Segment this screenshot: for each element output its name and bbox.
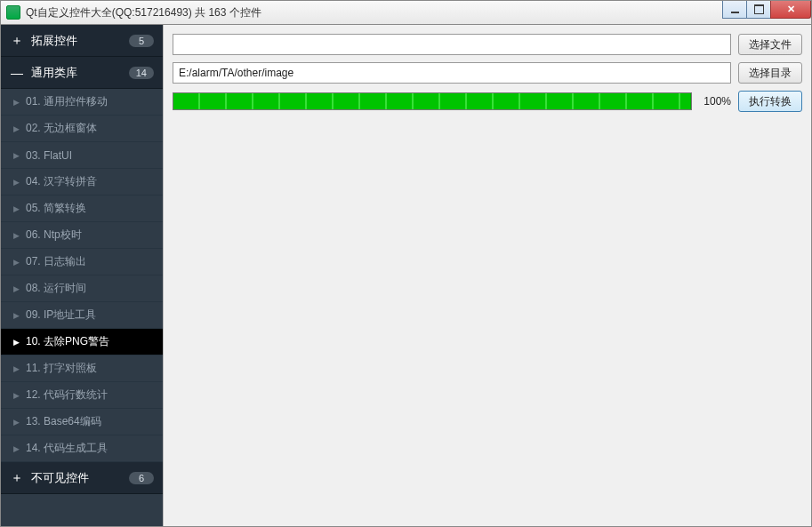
window-controls <box>723 1 811 19</box>
file-input[interactable] <box>173 34 731 55</box>
sidebar-item-label: 08. 运行时间 <box>26 281 86 296</box>
sidebar-item-label: 06. Ntp校时 <box>26 228 82 243</box>
group-label: 通用类库 <box>31 65 129 81</box>
sidebar-item-label: 05. 简繁转换 <box>26 201 86 216</box>
triangle-icon: ▶ <box>13 124 22 133</box>
sidebar-item[interactable]: ▶12. 代码行数统计 <box>1 382 163 409</box>
group-label: 不可见控件 <box>31 470 129 486</box>
sidebar-item[interactable]: ▶03. FlatUI <box>1 142 163 169</box>
window-title: Qt自定义控件大全(QQ:517216493) 共 163 个控件 <box>26 5 261 20</box>
sidebar-item-label: 11. 打字对照板 <box>26 361 97 376</box>
group-badge: 6 <box>129 472 154 484</box>
sidebar-item-label: 09. IP地址工具 <box>26 307 96 323</box>
sidebar-item[interactable]: ▶07. 日志输出 <box>1 249 163 275</box>
group-header[interactable]: —通用类库14 <box>1 57 163 89</box>
triangle-icon: ▶ <box>13 231 22 240</box>
sidebar-item[interactable]: ▶14. 代码生成工具 <box>1 435 163 462</box>
group-badge: 14 <box>129 67 154 79</box>
group-items: ▶01. 通用控件移动▶02. 无边框窗体▶03. FlatUI▶04. 汉字转… <box>1 89 163 462</box>
expand-icon: ＋ <box>10 470 24 486</box>
title-bar: Qt自定义控件大全(QQ:517216493) 共 163 个控件 <box>0 0 812 25</box>
expand-icon: ＋ <box>10 33 24 49</box>
sidebar-item-label: 12. 代码行数统计 <box>26 387 108 403</box>
collapse-icon: — <box>10 66 24 80</box>
group-header[interactable]: ＋不可见控件6 <box>1 462 163 494</box>
triangle-icon: ▶ <box>13 151 22 160</box>
sidebar-item[interactable]: ▶13. Base64编码 <box>1 409 163 435</box>
sidebar-item[interactable]: ▶10. 去除PNG警告 <box>1 329 163 355</box>
client-area: ＋拓展控件5—通用类库14▶01. 通用控件移动▶02. 无边框窗体▶03. F… <box>0 25 812 527</box>
triangle-icon: ▶ <box>13 391 22 400</box>
app-icon <box>6 5 20 20</box>
triangle-icon: ▶ <box>13 364 22 373</box>
triangle-icon: ▶ <box>13 204 22 213</box>
main-panel: 选择文件 E:/alarm/TA/other/image 选择目录 100% 执… <box>163 25 811 526</box>
sidebar-item-label: 01. 通用控件移动 <box>26 94 108 109</box>
sidebar-item[interactable]: ▶09. IP地址工具 <box>1 302 163 329</box>
triangle-icon: ▶ <box>13 444 22 453</box>
triangle-icon: ▶ <box>13 178 22 187</box>
maximize-button[interactable] <box>746 1 771 19</box>
sidebar-item[interactable]: ▶08. 运行时间 <box>1 275 163 302</box>
file-row: 选择文件 <box>173 34 802 55</box>
dir-input[interactable]: E:/alarm/TA/other/image <box>173 62 731 84</box>
sidebar-item[interactable]: ▶06. Ntp校时 <box>1 222 163 249</box>
sidebar-item[interactable]: ▶11. 打字对照板 <box>1 355 163 382</box>
dir-row: E:/alarm/TA/other/image 选择目录 <box>173 62 802 84</box>
triangle-icon: ▶ <box>13 258 22 267</box>
group-header[interactable]: ＋拓展控件5 <box>1 25 163 57</box>
close-button[interactable] <box>770 1 811 19</box>
sidebar: ＋拓展控件5—通用类库14▶01. 通用控件移动▶02. 无边框窗体▶03. F… <box>1 25 163 526</box>
select-dir-button[interactable]: 选择目录 <box>738 62 802 84</box>
sidebar-item[interactable]: ▶02. 无边框窗体 <box>1 116 163 142</box>
minimize-button[interactable] <box>722 1 747 19</box>
group-badge: 5 <box>129 35 154 47</box>
execute-button[interactable]: 执行转换 <box>738 91 802 112</box>
progress-row: 100% 执行转换 <box>173 91 802 112</box>
progress-fill <box>173 93 691 109</box>
sidebar-item-label: 13. Base64编码 <box>26 414 101 429</box>
progress-label: 100% <box>699 95 731 108</box>
sidebar-item[interactable]: ▶04. 汉字转拼音 <box>1 169 163 196</box>
sidebar-item-label: 04. 汉字转拼音 <box>26 174 97 189</box>
sidebar-item[interactable]: ▶05. 简繁转换 <box>1 196 163 222</box>
triangle-icon: ▶ <box>13 311 22 320</box>
sidebar-item-label: 14. 代码生成工具 <box>26 441 108 456</box>
triangle-icon: ▶ <box>13 284 22 293</box>
progress-bar <box>173 92 692 110</box>
sidebar-item-label: 03. FlatUI <box>26 149 72 162</box>
sidebar-item-label: 10. 去除PNG警告 <box>26 334 109 349</box>
select-file-button[interactable]: 选择文件 <box>738 34 802 55</box>
sidebar-item-label: 02. 无边框窗体 <box>26 121 97 136</box>
group-label: 拓展控件 <box>31 33 129 49</box>
sidebar-item[interactable]: ▶01. 通用控件移动 <box>1 89 163 116</box>
triangle-icon: ▶ <box>13 338 22 347</box>
triangle-icon: ▶ <box>13 418 22 427</box>
triangle-icon: ▶ <box>13 98 22 107</box>
sidebar-item-label: 07. 日志输出 <box>26 254 86 269</box>
